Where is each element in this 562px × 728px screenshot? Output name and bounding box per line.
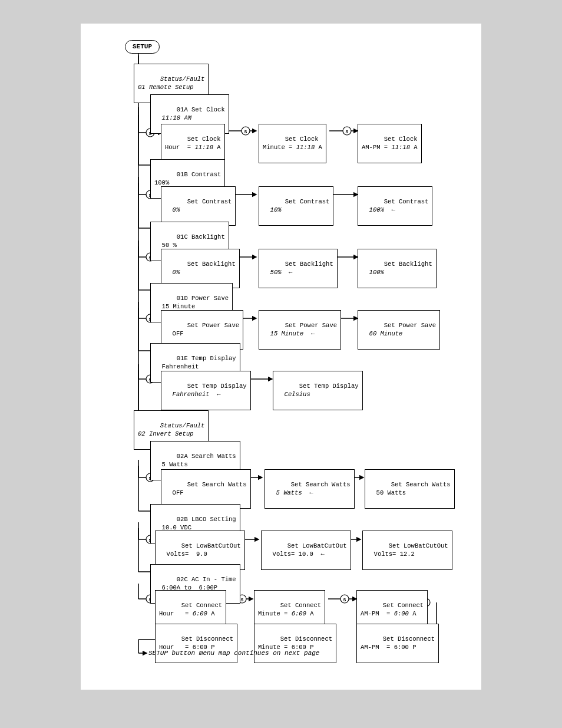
set-clock-hour-box: Set ClockHour = 11:18 A [161,124,225,163]
footer-text: SETUP button menu map continues on next … [148,650,319,657]
set-contrast-10-box: Set Contrast 10% [259,186,333,226]
set-disc-min-box: Set DisconnectMinute = 6:00 P [254,624,336,663]
set-backlight-100-box: Set Backlight 100% [358,249,437,288]
svg-point-60 [242,127,250,135]
set-ps-15-box: Set Power Save 15 Minute ← [259,310,341,350]
svg-text:S: S [244,129,247,134]
set-lbc-10-box: Set LowBatCutOut Volts= 10.0 ← [261,531,351,570]
set-backlight-50-box: Set Backlight 50% ← [259,249,338,288]
svg-point-80 [340,595,349,603]
setup-box: SETUP [125,40,160,54]
set-sw-off-box: Set Search Watts OFF [161,469,251,509]
set-disc-ampm-box: Set DisconnectAM-PM = 6:00 P [356,624,439,663]
set-td-c-box: Set Temp Display Celsius [273,371,363,410]
svg-text:S: S [346,129,349,134]
set-lbc-12-box: Set LowBatCutOut Volts= 12.2 [362,531,452,570]
set-td-f-box: Set Temp Display Fahrenheit ← [161,371,251,410]
set-sw-50-box: Set Search Watts 50 Watts [365,469,455,509]
set-contrast-0-box: Set Contrast 0% [161,186,236,226]
set-sw-5-box: Set Search Watts 5 Watts ← [265,469,355,509]
set-ps-60-box: Set Power Save 60 Minute [358,310,440,350]
set-clock-min-box: Set ClockMinute = 11:18 A [259,124,326,163]
svg-point-62 [343,127,351,135]
set-disc-hour-box: Set DisconnectHour = 6:00 P [155,624,237,663]
set-backlight-0-box: Set Backlight 0% [161,249,240,288]
set-clock-ampm-box: Set ClockAM-PM = 11:18 A [358,124,422,163]
set-contrast-100-box: Set Contrast 100% ← [358,186,432,226]
svg-text:S: S [241,597,244,602]
svg-text:S: S [343,597,346,602]
